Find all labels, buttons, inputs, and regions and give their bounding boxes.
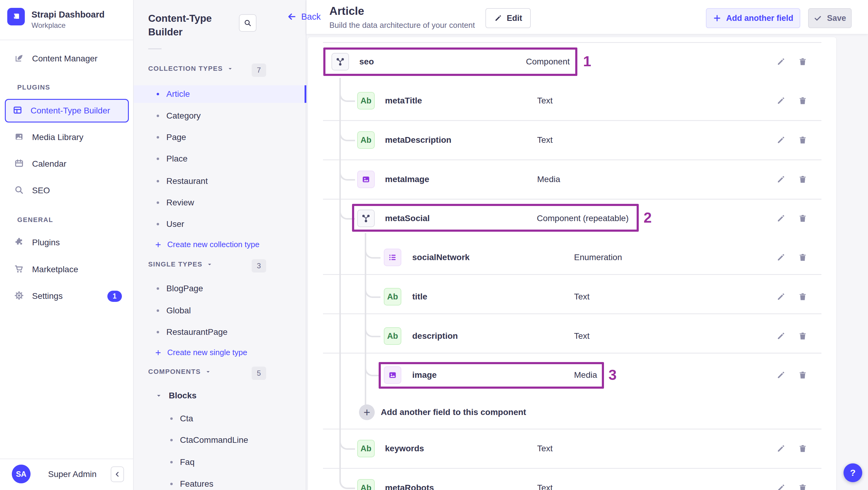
field-type: Media	[574, 370, 597, 380]
field-name: seo	[359, 57, 374, 66]
sidebar-item-label: Marketplace	[32, 265, 78, 274]
sidebar-item-marketplace[interactable]: Marketplace	[7, 260, 126, 279]
page-title: Article	[329, 5, 364, 18]
edit-button[interactable]: Edit	[486, 8, 531, 28]
delete-field-button[interactable]	[797, 134, 808, 146]
bullet-icon	[157, 331, 159, 333]
workspace-title: Strapi Dashboard	[31, 10, 105, 20]
divider	[148, 49, 161, 49]
single-item-global[interactable]: Global	[134, 302, 306, 319]
delete-field-button[interactable]	[797, 483, 808, 490]
search-button[interactable]	[239, 14, 256, 32]
bullet-icon	[157, 136, 159, 139]
single-item-blogpage[interactable]: BlogPage	[134, 280, 306, 297]
components-header[interactable]: COMPONENTS	[148, 368, 211, 376]
component-item-features[interactable]: Features	[134, 475, 306, 490]
bullet-icon	[157, 180, 159, 182]
edit-field-button[interactable]	[775, 213, 786, 224]
edit-field-button[interactable]	[775, 331, 786, 341]
create-single-type-link[interactable]: Create new single type	[155, 348, 247, 357]
edit-field-button[interactable]	[775, 252, 786, 263]
collection-types-count: 7	[252, 63, 266, 77]
single-types-header[interactable]: SINGLE TYPES	[148, 261, 213, 268]
back-link[interactable]: Back	[287, 11, 320, 22]
panel-title: Content-Type Builder	[148, 11, 230, 39]
component-icon	[332, 53, 349, 70]
delete-field-button[interactable]	[797, 95, 808, 106]
collection-item-review[interactable]: Review	[134, 194, 306, 211]
delete-field-button[interactable]	[797, 56, 808, 67]
create-collection-type-link[interactable]: Create new collection type	[155, 240, 259, 249]
collection-types-header[interactable]: COLLECTION TYPES	[148, 65, 233, 72]
text-field-icon: Ab	[384, 327, 401, 345]
row-divider	[323, 199, 822, 200]
collection-item-place[interactable]: Place	[134, 150, 306, 167]
chevron-down-icon	[155, 392, 162, 399]
field-type: Component (repeatable)	[537, 214, 629, 223]
help-button[interactable]: ?	[843, 463, 862, 482]
calendar-icon	[14, 158, 24, 170]
delete-field-button[interactable]	[797, 213, 808, 224]
field-name: title	[412, 292, 427, 302]
add-another-field-button[interactable]: Add another field	[706, 8, 800, 28]
edit-field-button[interactable]	[775, 370, 786, 380]
component-icon	[357, 210, 375, 227]
bullet-icon	[157, 223, 159, 225]
chevron-down-icon	[205, 369, 211, 375]
field-row-metadescription: Ab metaDescription Text	[308, 126, 836, 154]
section-plugins: PLUGINS	[17, 84, 50, 91]
field-row-metatitle: Ab metaTitle Text	[308, 87, 836, 114]
edit-field-button[interactable]	[775, 443, 786, 454]
edit-field-button[interactable]	[775, 483, 786, 490]
delete-field-button[interactable]	[797, 291, 808, 302]
bullet-icon	[157, 115, 159, 117]
delete-field-button[interactable]	[797, 252, 808, 263]
field-type: Text	[537, 483, 553, 490]
main-sidebar: Strapi Dashboard Workplace Content Manag…	[0, 0, 134, 490]
edit-field-button[interactable]	[775, 56, 786, 67]
sidebar-item-calendar[interactable]: Calendar	[7, 154, 126, 174]
field-row-metaimage: metaImage Media	[308, 166, 836, 193]
divider	[0, 459, 134, 459]
field-type: Media	[537, 175, 560, 184]
delete-field-button[interactable]	[797, 443, 808, 454]
delete-field-button[interactable]	[797, 174, 808, 185]
collection-item-page[interactable]: Page	[134, 128, 306, 146]
sidebar-item-content-manager[interactable]: Content Manager	[7, 49, 126, 68]
edit-field-button[interactable]	[775, 174, 786, 185]
component-item-ctacommandline[interactable]: CtaCommandLine	[134, 431, 306, 449]
collection-item-article[interactable]: Article	[134, 85, 306, 103]
avatar[interactable]: SA	[12, 465, 31, 483]
delete-field-button[interactable]	[797, 331, 808, 341]
component-item-cta[interactable]: Cta	[134, 410, 306, 427]
field-type: Enumeration	[574, 252, 622, 262]
content-type-builder-icon	[12, 105, 23, 117]
divider	[0, 40, 134, 40]
collection-item-restaurant[interactable]: Restaurant	[134, 173, 306, 190]
text-field-icon: Ab	[357, 440, 375, 457]
single-item-restaurantpage[interactable]: RestaurantPage	[134, 323, 306, 341]
text-field-icon: Ab	[357, 479, 375, 490]
component-category-blocks[interactable]: Blocks	[155, 391, 196, 400]
edit-field-button[interactable]	[775, 95, 786, 106]
sidebar-item-plugins[interactable]: Plugins	[7, 233, 126, 252]
sidebar-item-seo[interactable]: SEO	[7, 181, 126, 200]
edit-field-button[interactable]	[775, 291, 786, 302]
text-field-icon: Ab	[384, 288, 401, 306]
content-type-builder-panel: Content-Type Builder COLLECTION TYPES 7 …	[134, 0, 306, 490]
sidebar-item-media-library[interactable]: Media Library	[7, 128, 126, 147]
row-divider	[323, 429, 822, 429]
edit-field-button[interactable]	[775, 134, 786, 146]
save-button[interactable]: Save	[808, 8, 852, 28]
field-name: description	[412, 331, 458, 341]
collection-item-category[interactable]: Category	[134, 107, 306, 125]
add-component-field-label[interactable]: Add another field to this component	[381, 407, 526, 417]
component-item-faq[interactable]: Faq	[134, 453, 306, 471]
add-component-field-button[interactable]: +	[359, 404, 375, 420]
text-field-icon: Ab	[357, 131, 375, 149]
sidebar-item-content-type-builder[interactable]: Content-Type Builder	[5, 99, 129, 123]
collection-item-user[interactable]: User	[134, 215, 306, 233]
chevron-down-icon	[227, 66, 233, 72]
collapse-sidebar-button[interactable]	[111, 466, 124, 482]
delete-field-button[interactable]	[797, 370, 808, 380]
